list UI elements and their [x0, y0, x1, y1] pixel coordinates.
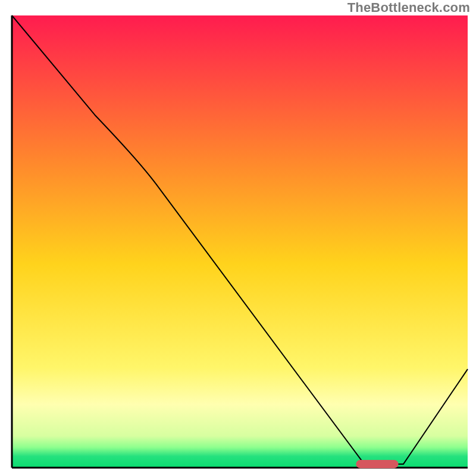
watermark: TheBottleneck.com: [347, 0, 470, 15]
bottleneck-chart: [0, 0, 476, 476]
plot-background: [12, 15, 468, 468]
optimal-range-marker: [356, 460, 398, 468]
chart-container: TheBottleneck.com: [0, 0, 476, 476]
